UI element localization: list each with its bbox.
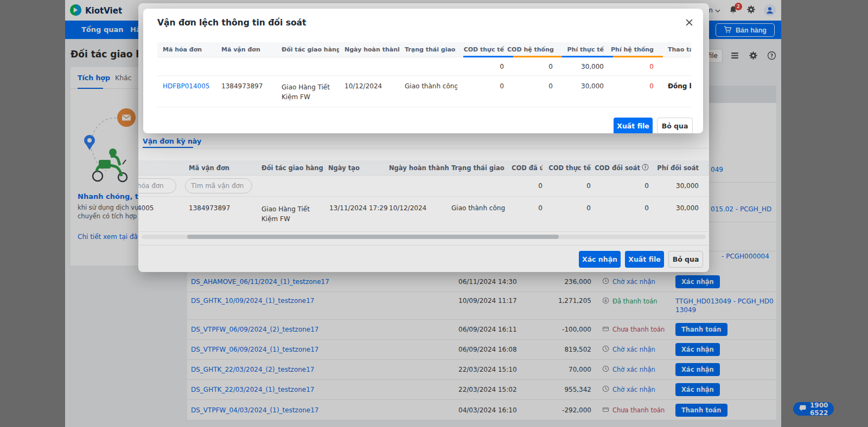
delivery-status: Giao thành công [399,82,457,90]
skip-button[interactable]: Bỏ qua [657,118,693,133]
mismatch-totals-row: 0 0 30,000 0 [157,57,691,76]
col-fee-system: Phí hệ thống [607,46,657,53]
total-cod-system: 0 [507,63,556,70]
col-action: Thao tác [657,46,691,53]
invoice-link[interactable]: HDFBP014005 [157,82,216,90]
partner-name: Giao Hàng Tiết Kiệm FW [276,82,339,102]
mismatch-modal-footer: Xuất file Bỏ qua [143,112,703,133]
mismatch-modal: Vận đơn lệch thông tin đối soát Mã hóa đ… [143,9,703,133]
col-partner: Đối tác giao hàng [276,46,339,53]
modal-title: Vận đơn lệch thông tin đối soát [157,18,306,28]
tracking-number: 1384973897 [216,82,276,90]
col-cod-actual: COD thực tế [457,46,507,53]
col-cod-system: COD hệ thống [507,46,556,53]
row-fee-system: 0 [607,82,657,90]
col-invoice: Mã hóa đơn [157,46,216,53]
col-completed: Ngày hoàn thành [339,46,399,53]
screen: KiotViet m 2 Tổng quan Hàng hóa Bán [0,0,868,427]
col-tracking: Mã vận đơn [216,46,276,53]
row-fee-actual: 30,000 [556,82,607,90]
total-fee-system: 0 [607,63,657,70]
mismatch-row: HDFBP014005 1384973897 Giao Hàng Tiết Ki… [157,76,691,107]
close-icon[interactable] [684,17,694,28]
col-status: Trạng thái giao [399,46,457,53]
total-cod-actual: 0 [457,63,507,70]
row-cod-system: 0 [507,82,556,90]
export-file-button[interactable]: Xuất file [614,118,653,133]
sync-action-link[interactable]: Đồng bộ [657,82,691,90]
mismatch-table-header: Mã hóa đơn Mã vận đơn Đối tác giao hàng … [157,42,691,57]
row-cod-actual: 0 [457,82,507,90]
completed-date: 10/12/2024 [339,82,399,90]
total-fee-actual: 30,000 [556,63,607,70]
col-fee-actual: Phí thực tế [556,46,607,53]
